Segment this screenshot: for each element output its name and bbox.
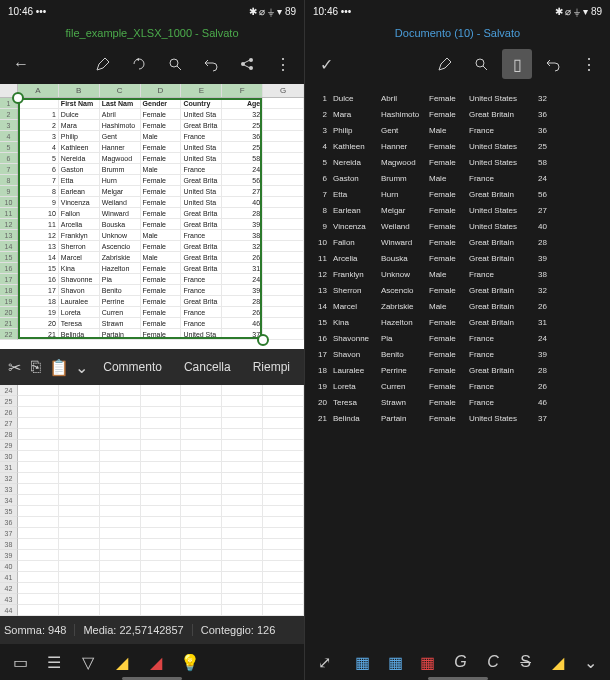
- cell[interactable]: Weiland: [100, 197, 141, 208]
- cell[interactable]: Franklyn: [59, 230, 100, 241]
- table-delete-icon[interactable]: ▦: [415, 648, 442, 676]
- cell[interactable]: Pia: [100, 274, 141, 285]
- row-num[interactable]: 36: [0, 517, 18, 528]
- more-icon[interactable]: ⋮: [268, 49, 298, 79]
- share-icon[interactable]: [232, 49, 262, 79]
- row-num[interactable]: 17: [0, 274, 18, 285]
- cell[interactable]: 3: [18, 131, 59, 142]
- expand-icon[interactable]: ⤢: [311, 648, 338, 676]
- cell[interactable]: Hanner: [100, 142, 141, 153]
- sync-icon[interactable]: [124, 49, 154, 79]
- check-icon[interactable]: ✓: [311, 49, 341, 79]
- cell[interactable]: [263, 219, 304, 230]
- search-icon[interactable]: [160, 49, 190, 79]
- row-num[interactable]: 28: [0, 429, 18, 440]
- highlight-red-icon[interactable]: ◢: [142, 648, 170, 676]
- cell[interactable]: United Sta: [181, 197, 222, 208]
- cell[interactable]: Loreta: [59, 307, 100, 318]
- cell[interactable]: 10: [18, 208, 59, 219]
- header-cell[interactable]: [18, 98, 59, 109]
- cell[interactable]: 20: [18, 318, 59, 329]
- doc-row[interactable]: 19LoretaCurrenFemaleFrance26: [315, 378, 600, 394]
- row-num[interactable]: 44: [0, 605, 18, 616]
- doc-row[interactable]: 1DulceAbrilFemaleUnited States32: [315, 90, 600, 106]
- row-num[interactable]: 10: [0, 197, 18, 208]
- doc-row[interactable]: 14MarcelZabriskieMaleGreat Britain26: [315, 298, 600, 314]
- cell[interactable]: Perrine: [100, 296, 141, 307]
- cell[interactable]: 14: [18, 252, 59, 263]
- row-num[interactable]: 24: [0, 385, 18, 396]
- cell[interactable]: [263, 241, 304, 252]
- doc-row[interactable]: 8EarleanMelgarFemaleUnited States27: [315, 202, 600, 218]
- cell[interactable]: Unknow: [100, 230, 141, 241]
- comment-button[interactable]: Commento: [93, 360, 172, 374]
- cell[interactable]: United Sta: [181, 329, 222, 340]
- cell[interactable]: France: [181, 307, 222, 318]
- cell[interactable]: Fallon: [59, 208, 100, 219]
- cell[interactable]: Strawn: [100, 318, 141, 329]
- cell[interactable]: Shavonne: [59, 274, 100, 285]
- cell[interactable]: 9: [18, 197, 59, 208]
- row-num[interactable]: 22: [0, 329, 18, 340]
- row-num[interactable]: 11: [0, 208, 18, 219]
- cell[interactable]: France: [181, 230, 222, 241]
- cell[interactable]: 46: [222, 318, 263, 329]
- search-icon[interactable]: [466, 49, 496, 79]
- cell[interactable]: 31: [222, 263, 263, 274]
- cell[interactable]: 21: [18, 329, 59, 340]
- cell[interactable]: Female: [141, 307, 182, 318]
- cell[interactable]: 6: [18, 164, 59, 175]
- bulb-icon[interactable]: 💡: [176, 648, 204, 676]
- undo-icon[interactable]: [538, 49, 568, 79]
- doc-row[interactable]: 5NereidaMagwoodFemaleUnited States58: [315, 154, 600, 170]
- list-icon[interactable]: ☰: [40, 648, 68, 676]
- header-cell[interactable]: Age: [222, 98, 263, 109]
- doc-row[interactable]: 9VincenzaWeilandFemaleUnited States40: [315, 218, 600, 234]
- cell[interactable]: Teresa: [59, 318, 100, 329]
- cell[interactable]: Zabriskie: [100, 252, 141, 263]
- cell[interactable]: Hashimoto: [100, 120, 141, 131]
- row-num[interactable]: 13: [0, 230, 18, 241]
- cell[interactable]: Abril: [100, 109, 141, 120]
- cell[interactable]: Male: [141, 230, 182, 241]
- cell[interactable]: Female: [141, 263, 182, 274]
- row-num[interactable]: 34: [0, 495, 18, 506]
- cell[interactable]: Arcelia: [59, 219, 100, 230]
- cell[interactable]: [263, 186, 304, 197]
- doc-row[interactable]: 7EttaHurnFemaleGreat Britain56: [315, 186, 600, 202]
- cell[interactable]: Hurn: [100, 175, 141, 186]
- general-format[interactable]: G: [447, 648, 474, 676]
- more-icon[interactable]: ⋮: [574, 49, 604, 79]
- cell[interactable]: Dulce: [59, 109, 100, 120]
- cell[interactable]: 24: [222, 164, 263, 175]
- cut-icon[interactable]: ✂: [4, 353, 24, 381]
- row-num[interactable]: 16: [0, 263, 18, 274]
- sheet-icon[interactable]: ▭: [6, 648, 34, 676]
- table-icon[interactable]: ▦: [350, 648, 377, 676]
- doc-row[interactable]: 12FranklynUnknowMaleFrance38: [315, 266, 600, 282]
- cell[interactable]: 17: [18, 285, 59, 296]
- col-header[interactable]: A: [18, 84, 59, 97]
- cell[interactable]: [263, 142, 304, 153]
- cell[interactable]: 4: [18, 142, 59, 153]
- cell[interactable]: United Sta: [181, 153, 222, 164]
- cell[interactable]: Ascencio: [100, 241, 141, 252]
- cell[interactable]: [263, 230, 304, 241]
- row-num[interactable]: 18: [0, 285, 18, 296]
- cell[interactable]: Brumm: [100, 164, 141, 175]
- cell[interactable]: Great Brita: [181, 219, 222, 230]
- cell[interactable]: Magwood: [100, 153, 141, 164]
- cell[interactable]: Marcel: [59, 252, 100, 263]
- cell[interactable]: 16: [18, 274, 59, 285]
- cell[interactable]: Great Brita: [181, 175, 222, 186]
- cell[interactable]: Female: [141, 142, 182, 153]
- col-header[interactable]: B: [59, 84, 100, 97]
- cell[interactable]: France: [181, 131, 222, 142]
- cell[interactable]: Bouska: [100, 219, 141, 230]
- cell[interactable]: [263, 153, 304, 164]
- cell[interactable]: [263, 307, 304, 318]
- cell[interactable]: 56: [222, 175, 263, 186]
- row-num[interactable]: 37: [0, 528, 18, 539]
- doc-row[interactable]: 13SherronAscencioFemaleGreat Britain32: [315, 282, 600, 298]
- cell[interactable]: Gaston: [59, 164, 100, 175]
